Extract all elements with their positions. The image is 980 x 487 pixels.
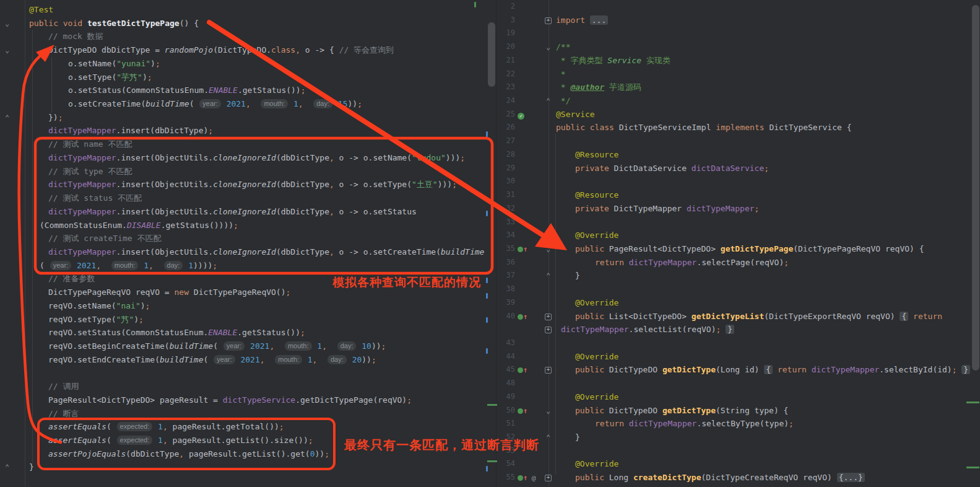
fold-icon[interactable]: + [544, 14, 552, 27]
line-number[interactable]: 3 [495, 14, 515, 27]
code-line[interactable]: 37⌃} [495, 269, 980, 283]
line-number[interactable]: 50 [495, 404, 515, 418]
code-line[interactable]: 22 * [495, 68, 980, 81]
fold-icon[interactable]: + [544, 323, 552, 336]
code-line[interactable]: // 测试 status 不匹配 [0, 191, 495, 205]
code-line[interactable]: o.setCreateTime(buildTime( year: 2021, m… [0, 97, 495, 111]
line-number[interactable]: 30 [495, 175, 515, 188]
code-line[interactable]: o.setName("yunai"); [0, 57, 495, 71]
code-line[interactable]: 34@Override [495, 229, 980, 242]
line-number[interactable]: 32 [495, 202, 515, 216]
code-line[interactable]: 31@Resource [495, 188, 980, 202]
code-line[interactable]: 50↑⌄public DictTypeDO getDictType(String… [495, 404, 980, 418]
code-line[interactable]: dictTypeMapper.insert(ObjectUtils.cloneI… [0, 178, 495, 191]
code-line[interactable]: ⌄DictTypeDO dbDictType = randomPojo(Dict… [0, 43, 495, 57]
fold-icon[interactable]: ⌄ [544, 40, 552, 55]
fold-icon[interactable]: ⌄ [544, 242, 552, 257]
code-line[interactable]: reqVO.setStatus(CommonStatusEnum.ENABLE.… [0, 326, 495, 340]
code-line[interactable]: // mock 数据 [0, 30, 495, 43]
line-number[interactable]: 39 [495, 296, 515, 310]
fold-icon[interactable]: ⌃ [5, 460, 9, 475]
right-editor-pane[interactable]: 23+import ...1920⌄/**21 * 字典类型 Service 实… [495, 0, 980, 487]
code-line[interactable]: 54@Override [495, 457, 980, 471]
code-line[interactable]: // 测试 type 不匹配 [0, 165, 495, 178]
code-line[interactable]: // 调用 [0, 380, 495, 393]
code-line[interactable]: +dictTypeMapper.selectList(reqVO); } [495, 323, 980, 336]
code-line[interactable]: PageResult<DictTypeDO> pageResult = dict… [0, 393, 495, 407]
code-line[interactable]: 25✓@Service [495, 108, 980, 121]
line-number[interactable]: 19 [495, 27, 515, 40]
line-number[interactable]: 45 [495, 363, 515, 377]
code-line[interactable]: 19 [495, 27, 980, 40]
code-line[interactable]: dictTypeMapper.insert(dbDictType); [0, 124, 495, 138]
code-line[interactable]: 33 [495, 216, 980, 229]
code-line[interactable]: 55↑ @+public Long createDictType(DictTyp… [495, 471, 980, 485]
code-line[interactable]: 45↑+public DictTypeDO getDictType(Long i… [495, 363, 980, 377]
code-line[interactable]: 36return dictTypeMapper.selectPage(reqVO… [495, 256, 980, 270]
spring-bean-icon[interactable]: ✓ [518, 113, 524, 120]
code-line[interactable]: 26public class DictTypeServiceImpl imple… [495, 121, 980, 134]
code-line[interactable]: 38 [495, 283, 980, 296]
override-method-icon[interactable]: ↑ [518, 365, 527, 374]
line-number[interactable]: 23 [495, 81, 515, 94]
line-number[interactable]: 44 [495, 350, 515, 364]
code-line[interactable] [0, 366, 495, 380]
code-line[interactable]: 21 * 字典类型 Service 实现类 [495, 54, 980, 68]
code-line[interactable]: ( year: 2021, mouth: 1, day: 1)))); [0, 259, 495, 273]
line-number[interactable]: 25 [495, 108, 515, 121]
code-line[interactable]: 53 [495, 444, 980, 458]
line-number[interactable]: 38 [495, 283, 515, 296]
code-line[interactable]: 24⌃ */ [495, 94, 980, 108]
code-line[interactable]: 49@Override [495, 390, 980, 404]
code-line[interactable]: dictTypeMapper.insert(ObjectUtils.cloneI… [0, 151, 495, 165]
line-number[interactable]: 22 [495, 68, 515, 81]
code-line[interactable]: reqVO.setEndCreateTime(buildTime( year: … [0, 353, 495, 367]
code-line[interactable]: 43 [495, 336, 980, 350]
code-line[interactable]: ⌃}); [0, 111, 495, 125]
override-method-icon[interactable]: ↑ [518, 244, 527, 253]
line-number[interactable]: 28 [495, 148, 515, 162]
fold-icon[interactable]: ⌃ [5, 111, 9, 125]
code-line[interactable]: 39@Override [495, 296, 980, 310]
code-line[interactable]: reqVO.setName("nai"); [0, 299, 495, 313]
fold-icon[interactable]: + [544, 363, 552, 377]
line-number[interactable]: 33 [495, 216, 515, 229]
code-line[interactable]: ⌃} [0, 460, 495, 474]
code-line[interactable]: 28@Resource [495, 148, 980, 162]
code-line[interactable]: 3+import ... [495, 14, 980, 27]
right-editor-scrollbar-thumb[interactable] [972, 5, 979, 371]
line-number[interactable]: 40 [495, 310, 515, 323]
left-editor-pane[interactable]: @Test⌄public void testGetDictTypePage() … [0, 0, 495, 487]
code-line[interactable]: 48 [495, 377, 980, 390]
code-line[interactable]: 30 [495, 175, 980, 188]
code-line[interactable]: ⌄public void testGetDictTypePage() { [0, 17, 495, 30]
line-number[interactable]: 49 [495, 390, 515, 404]
code-line[interactable]: (CommonStatusEnum.DISABLE.getStatus())))… [0, 219, 495, 232]
code-line[interactable]: 52⌃} [495, 431, 980, 444]
line-number[interactable]: 29 [495, 162, 515, 175]
code-line[interactable]: reqVO.setType("艿"); [0, 313, 495, 327]
code-line[interactable]: reqVO.setBeginCreateTime(buildTime( year… [0, 340, 495, 353]
line-number[interactable]: 54 [495, 457, 515, 471]
code-line[interactable]: @Test [0, 3, 495, 17]
override-method-icon[interactable]: ↑ @ [518, 473, 536, 482]
line-number[interactable]: 36 [495, 256, 515, 270]
left-editor-scrollbar-thumb[interactable] [488, 22, 495, 87]
line-number[interactable]: 48 [495, 377, 515, 390]
override-method-icon[interactable]: ↑ [518, 406, 527, 415]
line-number[interactable]: 26 [495, 121, 515, 134]
line-number[interactable]: 35 [495, 242, 515, 256]
code-line[interactable]: 27 [495, 134, 980, 148]
fold-icon[interactable]: + [544, 310, 552, 323]
fold-icon[interactable]: ⌄ [5, 17, 9, 31]
line-number[interactable]: 34 [495, 229, 515, 242]
code-line[interactable]: 35↑⌄public PageResult<DictTypeDO> getDic… [495, 242, 980, 256]
line-number[interactable]: 37 [495, 269, 515, 283]
fold-icon[interactable]: ⌃ [544, 431, 552, 445]
code-line[interactable]: 32private DictTypeMapper dictTypeMapper; [495, 202, 980, 216]
fold-icon[interactable]: ⌄ [544, 404, 552, 418]
code-line[interactable]: // 测试 createTime 不匹配 [0, 232, 495, 245]
line-number[interactable]: 43 [495, 336, 515, 350]
line-number[interactable]: 20 [495, 40, 515, 54]
line-number[interactable]: 21 [495, 54, 515, 68]
